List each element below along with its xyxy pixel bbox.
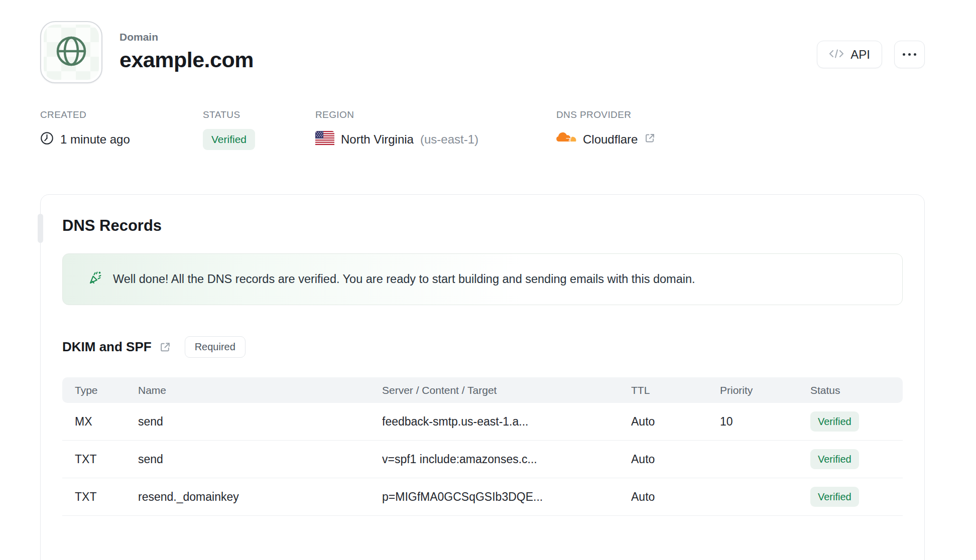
dkim-spf-title: DKIM and SPF	[62, 339, 152, 355]
dns-provider-link[interactable]: Cloudflare	[556, 129, 656, 150]
domain-avatar	[40, 21, 102, 83]
us-flag-icon	[315, 131, 334, 148]
api-button-label: API	[850, 48, 870, 62]
dkim-spf-section-head: DKIM and SPF Required	[62, 336, 903, 358]
dkim-spf-external-link-icon[interactable]	[159, 341, 171, 353]
created-label: CREATED	[40, 109, 203, 120]
meta-dns-provider: DNS PROVIDER Cloudflare	[556, 109, 656, 150]
api-button[interactable]: API	[817, 41, 882, 68]
cell-ttl: Auto	[631, 453, 720, 466]
cell-content[interactable]: v=spf1 include:amazonses.c...	[382, 453, 631, 466]
table-row: MX send feedback-smtp.us-east-1.a... Aut…	[62, 403, 903, 441]
status-label: STATUS	[203, 109, 315, 120]
table-header: Type Name Server / Content / Target TTL …	[62, 377, 903, 403]
required-badge: Required	[185, 336, 246, 358]
dns-table: Type Name Server / Content / Target TTL …	[62, 377, 903, 516]
meta-status: STATUS Verified	[203, 109, 315, 150]
card-handle	[38, 214, 43, 243]
code-icon	[829, 48, 844, 62]
region-value: North Virginia	[341, 132, 414, 147]
dns-provider-value: Cloudflare	[583, 132, 638, 147]
col-name: Name	[138, 384, 382, 396]
col-ttl: TTL	[631, 384, 720, 396]
ellipsis-icon	[903, 53, 916, 56]
cell-content[interactable]: feedback-smtp.us-east-1.a...	[382, 415, 631, 429]
party-popper-icon	[87, 270, 103, 289]
status-badge: Verified	[810, 411, 859, 432]
table-row: TXT resend._domainkey p=MIGfMA0GCSqGSIb3…	[62, 478, 903, 516]
domain-meta: CREATED 1 minute ago STATUS Verified REG…	[40, 109, 925, 150]
page-title: example.com	[119, 48, 254, 72]
cell-ttl: Auto	[631, 415, 720, 429]
cell-name: send	[138, 453, 382, 466]
page-header: Domain example.com API	[40, 21, 925, 83]
region-label: REGION	[315, 109, 556, 120]
cell-type: MX	[62, 415, 138, 429]
cell-ttl: Auto	[631, 490, 720, 504]
status-badge: Verified	[810, 449, 859, 469]
domain-eyebrow: Domain	[119, 31, 254, 43]
col-priority: Priority	[720, 384, 810, 396]
status-badge: Verified	[810, 487, 859, 507]
col-content: Server / Content / Target	[382, 384, 631, 396]
dns-records-title: DNS Records	[62, 195, 903, 235]
success-message: Well done! All the DNS records are verif…	[113, 272, 695, 286]
success-banner: Well done! All the DNS records are verif…	[62, 253, 903, 305]
region-code: (us-east-1)	[420, 132, 478, 147]
col-type: Type	[62, 384, 138, 396]
dns-records-card: DNS Records Well done! All the DNS recor…	[40, 194, 925, 560]
col-status: Status	[810, 384, 903, 396]
cloudflare-icon	[556, 131, 576, 148]
cell-content[interactable]: p=MIGfMA0GCSqGSIb3DQE...	[382, 490, 631, 504]
cell-name: resend._domainkey	[138, 490, 382, 504]
meta-created: CREATED 1 minute ago	[40, 109, 203, 150]
globe-icon	[52, 32, 90, 72]
cell-name: send	[138, 415, 382, 429]
cell-type: TXT	[62, 453, 138, 466]
dns-provider-label: DNS PROVIDER	[556, 109, 656, 120]
clock-icon	[40, 131, 54, 148]
external-link-icon	[644, 132, 656, 147]
more-button[interactable]	[894, 41, 925, 68]
table-row: TXT send v=spf1 include:amazonses.c... A…	[62, 441, 903, 478]
meta-region: REGION	[315, 109, 556, 150]
status-badge: Verified	[203, 129, 255, 150]
cell-priority: 10	[720, 415, 810, 429]
domain-page: Domain example.com API CREATED	[40, 0, 925, 560]
cell-type: TXT	[62, 490, 138, 504]
created-value: 1 minute ago	[60, 132, 130, 147]
